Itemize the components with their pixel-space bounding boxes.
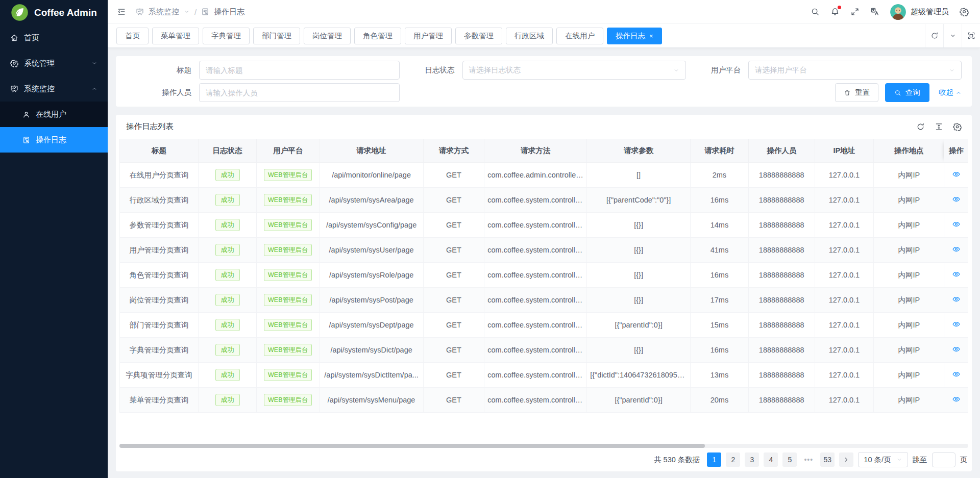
eye-icon[interactable]: [952, 295, 961, 304]
app-logo[interactable]: Coffee Admin: [0, 0, 108, 25]
collapse-filters-link[interactable]: 收起: [939, 88, 962, 97]
page-button-4[interactable]: 4: [764, 452, 778, 467]
cell-ip: 127.0.0.1: [815, 163, 874, 188]
user-menu[interactable]: 超级管理员: [890, 4, 949, 20]
table-header-row: 标题日志状态用户平台请求地址请求方式请求方法请求参数请求耗时操作人员IP地址操作…: [120, 139, 968, 163]
status-tag: 成功: [215, 344, 240, 357]
log-list-card: 操作日志列表 标题日志状态用户平台请求地址请求方式请求方法请求参数请求耗时操作人…: [116, 115, 972, 471]
cell-title: 字典管理分页查询: [120, 338, 199, 363]
eye-icon[interactable]: [952, 270, 961, 279]
tab-item-6[interactable]: 用户管理: [405, 28, 452, 44]
page-button-1[interactable]: 1: [707, 452, 721, 467]
user-platform-select[interactable]: 请选择用户平台: [748, 61, 962, 80]
log-status-select[interactable]: 请选择日志状态: [462, 61, 686, 80]
sidebar-subitem-label: 在线用户: [36, 110, 97, 119]
cell-url: /api/system/sysPost/page: [320, 288, 423, 313]
operator-input[interactable]: [199, 83, 400, 102]
cell-platform: WEB管理后台: [256, 338, 320, 363]
breadcrumb-section-icon: [136, 8, 144, 16]
tab-item-2[interactable]: 字典管理: [203, 28, 250, 44]
cell-location: 内网IP: [874, 288, 944, 313]
cell-duration: 41ms: [691, 238, 749, 263]
eye-icon[interactable]: [952, 245, 961, 254]
horizontal-scrollbar[interactable]: [119, 444, 968, 448]
cell-ip: 127.0.0.1: [815, 363, 874, 388]
tab-item-5[interactable]: 角色管理: [354, 28, 401, 44]
eye-icon[interactable]: [952, 345, 961, 354]
tab-item-7[interactable]: 参数管理: [455, 28, 502, 44]
cell-duration: 2ms: [691, 163, 749, 188]
column-header-operator: 操作人员: [748, 139, 815, 163]
page-button-3[interactable]: 3: [745, 452, 759, 467]
main-area: 系统监控 / 操作日志: [108, 0, 980, 478]
settings-gear-icon[interactable]: [960, 7, 969, 16]
chevron-down-icon: [896, 457, 902, 463]
cell-location: 内网IP: [874, 238, 944, 263]
sidebar-subitem-0[interactable]: 在线用户: [0, 102, 108, 127]
eye-icon[interactable]: [952, 170, 961, 179]
cell-handler: com.coffee.system.controlle...: [484, 213, 587, 238]
platform-tag: WEB管理后台: [264, 294, 312, 306]
refresh-tab-icon[interactable]: [925, 24, 943, 47]
tab-menu-chevron-icon[interactable]: [943, 24, 962, 47]
tab-item-10[interactable]: 操作日志×: [607, 28, 662, 44]
scrollbar-thumb[interactable]: [119, 444, 705, 448]
next-page-button[interactable]: [839, 452, 853, 467]
platform-filter-label: 用户平台: [711, 65, 741, 75]
tab-label: 部门管理: [262, 31, 291, 41]
eye-icon[interactable]: [952, 395, 961, 404]
chevron-up-icon: [91, 86, 97, 92]
eye-icon[interactable]: [952, 370, 961, 379]
tab-item-0[interactable]: 首页: [116, 28, 149, 44]
sidebar-item-1[interactable]: 系统管理: [0, 51, 108, 76]
maximize-content-icon[interactable]: [962, 24, 980, 47]
page-size-select[interactable]: 10 条/页: [858, 452, 908, 467]
tab-item-1[interactable]: 菜单管理: [152, 28, 199, 44]
cell-platform: WEB管理后台: [256, 213, 320, 238]
fullscreen-icon[interactable]: [850, 7, 860, 16]
sidebar-subitem-1[interactable]: 操作日志: [0, 127, 108, 153]
table-empty-space: [119, 413, 968, 444]
sidebar-item-label: 系统管理: [24, 59, 86, 68]
page-button-53[interactable]: 53: [820, 452, 835, 467]
notifications-bell-icon[interactable]: [830, 7, 840, 16]
cell-method: GET: [423, 313, 484, 338]
reset-button[interactable]: 重置: [835, 83, 878, 102]
row-density-icon[interactable]: [935, 122, 943, 131]
sidebar-item-2[interactable]: 系统监控: [0, 76, 108, 102]
cell-handler: com.coffee.admin.controller...: [484, 163, 587, 188]
eye-icon[interactable]: [952, 195, 961, 204]
cell-platform: WEB管理后台: [256, 238, 320, 263]
tab-item-3[interactable]: 部门管理: [253, 28, 300, 44]
page-button-5[interactable]: 5: [782, 452, 797, 467]
breadcrumb-section[interactable]: 系统监控: [149, 7, 179, 17]
jump-page-input[interactable]: [932, 452, 955, 467]
tab-item-8[interactable]: 行政区域: [506, 28, 553, 44]
operator-filter-label: 操作人员: [126, 88, 191, 97]
chevron-down-icon[interactable]: [184, 9, 190, 15]
close-icon[interactable]: ×: [649, 32, 653, 40]
filter-actions: 重置 查询 收起: [835, 83, 962, 102]
column-settings-icon[interactable]: [953, 122, 962, 131]
cell-action: [944, 163, 968, 188]
search-button[interactable]: 查询: [885, 83, 929, 102]
cell-method: GET: [423, 263, 484, 288]
eye-icon[interactable]: [952, 320, 961, 329]
sidebar-item-0[interactable]: 首页: [0, 25, 108, 51]
tab-item-4[interactable]: 岗位管理: [304, 28, 351, 44]
cell-status: 成功: [199, 313, 257, 338]
cell-handler: com.coffee.system.controlle...: [484, 363, 587, 388]
cell-duration: 16ms: [691, 188, 749, 213]
cell-duration: 14ms: [691, 213, 749, 238]
cell-ip: 127.0.0.1: [815, 263, 874, 288]
refresh-table-icon[interactable]: [916, 122, 925, 131]
collapse-sidebar-icon[interactable]: [117, 7, 126, 16]
search-icon[interactable]: [811, 7, 820, 16]
title-input[interactable]: [199, 61, 400, 80]
page-button-2[interactable]: 2: [726, 452, 740, 467]
eye-icon[interactable]: [952, 220, 961, 229]
tab-item-9[interactable]: 在线用户: [556, 28, 603, 44]
user-name: 超级管理员: [911, 7, 949, 17]
chevron-right-icon: [843, 456, 850, 463]
language-icon[interactable]: [870, 7, 879, 16]
